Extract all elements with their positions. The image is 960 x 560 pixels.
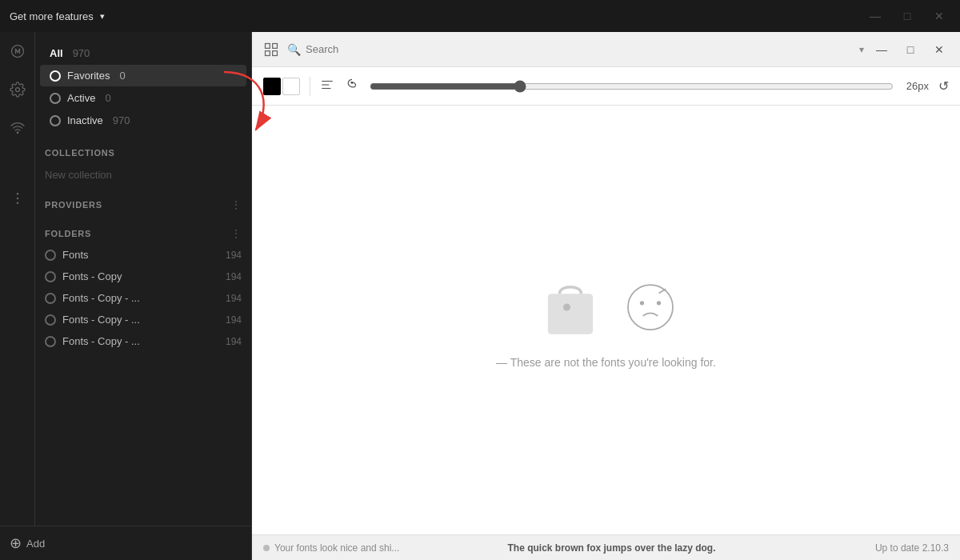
more-icon[interactable] bbox=[5, 186, 30, 211]
folder-fonts-copy[interactable]: Fonts - Copy 194 bbox=[35, 266, 251, 287]
folder-fonts-name: Fonts bbox=[62, 249, 219, 261]
filter-active[interactable]: Active 0 bbox=[40, 87, 246, 109]
filter-favorites-count: 0 bbox=[119, 70, 125, 82]
title-bar: Get more features ▾ — □ ✕ bbox=[0, 0, 960, 32]
svg-point-3 bbox=[16, 193, 18, 195]
search-area: 🔍 bbox=[287, 43, 853, 56]
add-button[interactable]: ⊕ Add bbox=[10, 534, 242, 552]
search-toolbar: 🔍 ▾ — □ ✕ bbox=[252, 32, 960, 67]
folder-fonts-copy-3[interactable]: Fonts - Copy - ... 194 bbox=[35, 309, 251, 330]
white-swatch[interactable] bbox=[282, 78, 300, 95]
svg-point-16 bbox=[628, 285, 673, 330]
content-area: — These are not the fonts you're looking… bbox=[252, 106, 960, 534]
filter-favorites[interactable]: Favorites 0 bbox=[40, 65, 246, 86]
sidebar-bottom: ⊕ Add bbox=[0, 526, 251, 560]
folder-fonts[interactable]: Fonts 194 bbox=[35, 244, 251, 266]
providers-section-header: PROVIDERS ⋮ bbox=[35, 186, 251, 215]
settings-icon[interactable] bbox=[5, 77, 30, 102]
sidebar-icon-column bbox=[0, 32, 35, 526]
svg-point-0 bbox=[11, 46, 23, 58]
empty-message: — These are not the fonts you're looking… bbox=[496, 356, 716, 369]
folder-fonts-copy-4[interactable]: Fonts - Copy - ... 194 bbox=[35, 330, 251, 352]
reset-icon[interactable]: ↺ bbox=[938, 78, 949, 94]
svg-point-13 bbox=[351, 82, 353, 83]
radio-inactive bbox=[50, 115, 61, 126]
folder-fonts-copy-2-count: 194 bbox=[226, 293, 242, 304]
status-bar: Your fonts look nice and shi... The quic… bbox=[252, 534, 960, 560]
svg-point-18 bbox=[656, 301, 660, 305]
add-button-label: Add bbox=[26, 538, 45, 550]
filter-favorites-label: Favorites bbox=[67, 70, 110, 82]
folder-radio-fonts-copy-4 bbox=[45, 336, 56, 347]
folder-fonts-copy-count: 194 bbox=[226, 271, 242, 282]
folder-fonts-copy-3-name: Fonts - Copy - ... bbox=[62, 314, 219, 326]
sidebar: All 970 Favorites 0 Active bbox=[0, 32, 252, 560]
svg-point-5 bbox=[16, 202, 18, 205]
text-align-icon[interactable] bbox=[320, 78, 334, 95]
svg-rect-9 bbox=[273, 50, 278, 55]
folder-fonts-copy-4-name: Fonts - Copy - ... bbox=[62, 335, 219, 347]
providers-menu-button[interactable]: ⋮ bbox=[230, 199, 242, 210]
folder-fonts-copy-name: Fonts - Copy bbox=[62, 270, 219, 282]
font-toolbar: 26px ↺ bbox=[252, 67, 960, 106]
black-swatch[interactable] bbox=[263, 78, 281, 95]
empty-state: — These are not the fonts you're looking… bbox=[496, 271, 716, 369]
filter-active-label: Active bbox=[67, 92, 95, 104]
folder-radio-fonts-copy-2 bbox=[45, 293, 56, 304]
font-size-slider[interactable] bbox=[370, 80, 894, 93]
filter-section: All 970 Favorites 0 Active bbox=[35, 32, 251, 135]
new-collection-label: New collection bbox=[45, 169, 112, 181]
svg-rect-7 bbox=[273, 43, 278, 48]
folder-fonts-copy-2[interactable]: Fonts - Copy - ... 194 bbox=[35, 287, 251, 309]
toolbar-divider-1 bbox=[310, 77, 310, 96]
radio-active bbox=[50, 93, 61, 104]
font-size-label: 26px bbox=[903, 80, 929, 92]
close-button[interactable]: ✕ bbox=[928, 5, 950, 27]
add-circle-icon: ⊕ bbox=[10, 534, 22, 552]
wifi-icon[interactable] bbox=[5, 115, 30, 141]
folders-menu-button[interactable]: ⋮ bbox=[230, 228, 242, 239]
filter-inactive-count: 970 bbox=[113, 114, 130, 126]
filter-all-count: 970 bbox=[73, 47, 90, 59]
status-center-text: The quick brown fox jumps over the lazy … bbox=[499, 542, 724, 554]
empty-state-visuals bbox=[534, 271, 678, 343]
title-bar-dropdown-arrow[interactable]: ▾ bbox=[100, 11, 105, 22]
main-layout: All 970 Favorites 0 Active bbox=[0, 32, 960, 560]
folders-section-header: FOLDERS ⋮ bbox=[35, 215, 251, 244]
status-dot bbox=[263, 545, 270, 551]
window-close-btn[interactable]: ✕ bbox=[928, 38, 950, 61]
color-swatches bbox=[263, 78, 300, 95]
filter-inactive[interactable]: Inactive 970 bbox=[40, 110, 246, 131]
layout-icon[interactable] bbox=[262, 40, 281, 59]
radio-favorites bbox=[50, 70, 61, 82]
maximize-button[interactable]: □ bbox=[896, 5, 918, 27]
status-right-text: Up to date 2.10.3 bbox=[724, 542, 949, 554]
search-icon: 🔍 bbox=[287, 43, 301, 56]
new-collection-item[interactable]: New collection bbox=[35, 162, 251, 186]
svg-rect-14 bbox=[547, 294, 592, 334]
status-left-text: Your fonts look nice and shi... bbox=[274, 542, 499, 554]
filter-active-count: 0 bbox=[105, 92, 110, 104]
collections-section-header: COLLECTIONS bbox=[35, 135, 251, 162]
font-style-icon[interactable] bbox=[344, 77, 360, 96]
folder-fonts-copy-2-name: Fonts - Copy - ... bbox=[62, 292, 219, 304]
search-dropdown-button[interactable]: ▾ bbox=[859, 44, 864, 55]
folder-fonts-copy-3-count: 194 bbox=[226, 314, 242, 326]
filter-inactive-label: Inactive bbox=[67, 114, 103, 126]
window-maximize-btn[interactable]: □ bbox=[899, 38, 922, 61]
face-icon bbox=[622, 279, 678, 335]
fonts-icon[interactable] bbox=[5, 38, 30, 64]
providers-title: PROVIDERS bbox=[45, 200, 102, 210]
filter-all[interactable]: All 970 bbox=[40, 42, 246, 64]
window-minimize-btn[interactable]: — bbox=[870, 38, 893, 61]
svg-point-1 bbox=[15, 88, 19, 92]
minimize-button[interactable]: — bbox=[864, 5, 886, 27]
search-input[interactable] bbox=[306, 43, 853, 55]
folder-radio-fonts bbox=[45, 250, 56, 261]
svg-rect-6 bbox=[266, 43, 270, 48]
svg-point-2 bbox=[17, 132, 18, 134]
collections-title: COLLECTIONS bbox=[45, 148, 115, 158]
title-bar-left: Get more features ▾ bbox=[10, 10, 105, 22]
svg-point-4 bbox=[16, 198, 18, 200]
font-size-slider-container bbox=[370, 80, 894, 93]
